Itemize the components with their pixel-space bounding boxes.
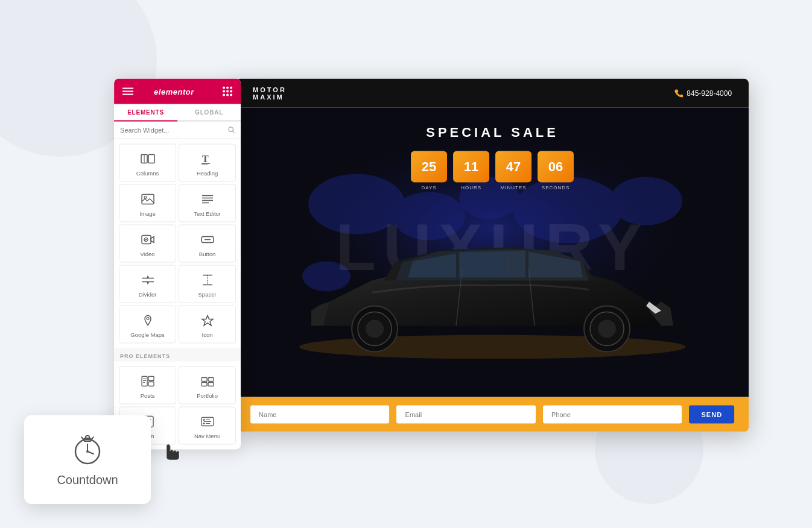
- widget-posts-label: Posts: [141, 392, 155, 399]
- svg-text:T: T: [202, 154, 209, 164]
- email-input[interactable]: [397, 406, 536, 424]
- spacer-icon: [199, 272, 216, 289]
- video-icon: [139, 231, 156, 248]
- send-button[interactable]: SEND: [690, 406, 735, 424]
- car-section: LUXURY: [236, 196, 749, 365]
- widget-heading[interactable]: T Heading: [179, 144, 236, 182]
- widget-nav-menu-label: Nav Menu: [194, 433, 220, 439]
- phone-number: 845-928-4000: [687, 89, 732, 98]
- countdown-card-label: Countdown: [57, 473, 118, 487]
- svg-rect-33: [148, 377, 154, 381]
- car-image: [251, 209, 734, 359]
- preview-hero: SPECIAL SALE 25 DAYS 11 HOURS: [236, 108, 749, 397]
- search-input[interactable]: [120, 127, 228, 134]
- google-maps-icon: [139, 312, 156, 329]
- svg-point-46: [203, 423, 205, 424]
- elementor-logo: elementor: [154, 86, 202, 97]
- widget-text-editor[interactable]: Text Editor: [179, 184, 236, 222]
- divider-icon: [139, 272, 156, 289]
- svg-rect-68: [86, 436, 89, 439]
- nav-menu-icon: [199, 413, 216, 430]
- text-editor-icon: [199, 191, 216, 208]
- widget-video[interactable]: Video: [119, 225, 176, 263]
- widget-google-maps-label: Google Maps: [130, 332, 165, 338]
- grid-icon[interactable]: [223, 87, 232, 96]
- image-icon: [139, 191, 156, 208]
- phone-input[interactable]: [543, 406, 682, 424]
- svg-rect-36: [208, 378, 214, 382]
- collapse-sidebar-button[interactable]: ‹: [238, 254, 241, 274]
- countdown-minutes: 47: [495, 151, 531, 183]
- contact-bar: SEND: [236, 397, 749, 432]
- svg-point-45: [203, 419, 205, 421]
- heading-icon: T: [199, 151, 216, 168]
- svg-rect-34: [148, 382, 154, 386]
- widget-text-editor-label: Text Editor: [194, 210, 221, 217]
- portfolio-icon: [199, 373, 216, 390]
- widget-video-label: Video: [141, 251, 155, 257]
- widget-posts[interactable]: Posts: [119, 366, 176, 404]
- countdown-days: 25: [411, 151, 447, 183]
- widget-columns-label: Columns: [136, 170, 159, 177]
- tab-global[interactable]: GLOBAL: [177, 104, 241, 121]
- main-container: elementor ELEMENTS GLOBAL: [114, 79, 749, 450]
- svg-rect-38: [208, 383, 214, 386]
- preview-header: MOTOR MAXIM 845-928-4000: [236, 79, 749, 108]
- widget-image-label: Image: [139, 210, 155, 217]
- pro-elements-label: PRO ELEMENTS: [114, 348, 241, 362]
- svg-rect-35: [201, 378, 207, 382]
- widget-divider-label: Divider: [139, 291, 157, 298]
- svg-marker-28: [202, 316, 213, 326]
- hamburger-icon[interactable]: [122, 88, 133, 95]
- columns-icon: [139, 151, 156, 168]
- widget-icon[interactable]: Icon: [179, 306, 236, 344]
- widget-spacer-label: Spacer: [198, 291, 217, 298]
- widgets-grid: Columns T Heading: [114, 139, 241, 348]
- svg-point-62: [598, 320, 616, 338]
- icon-icon: [199, 312, 216, 329]
- button-icon: [199, 231, 216, 248]
- phone-row: 845-928-4000: [674, 89, 732, 98]
- stopwatch-icon: [71, 432, 104, 466]
- svg-point-27: [147, 318, 149, 320]
- brand-line1: MOTOR: [253, 86, 287, 93]
- svg-point-71: [86, 450, 89, 453]
- phone-icon: [674, 89, 683, 98]
- countdown-seconds: 06: [538, 151, 574, 183]
- sidebar-tabs: ELEMENTS GLOBAL: [114, 104, 241, 122]
- widget-heading-label: Heading: [197, 170, 218, 177]
- widget-divider[interactable]: Divider: [119, 265, 176, 303]
- brand-line2: MAXIM: [253, 93, 287, 101]
- sale-title: SPECIAL SALE: [236, 125, 749, 140]
- sidebar-header: elementor: [114, 79, 241, 104]
- widget-spacer[interactable]: Spacer: [179, 265, 236, 303]
- svg-rect-4: [148, 155, 154, 163]
- countdown-card: Countdown: [24, 415, 151, 504]
- widget-google-maps[interactable]: Google Maps: [119, 306, 176, 344]
- brand-logo: MOTOR MAXIM: [253, 86, 287, 101]
- svg-rect-9: [142, 195, 154, 204]
- svg-marker-21: [147, 275, 149, 278]
- svg-point-65: [366, 320, 384, 338]
- elementor-sidebar: elementor ELEMENTS GLOBAL: [114, 79, 241, 450]
- widget-portfolio[interactable]: Portfolio: [179, 366, 236, 404]
- widget-columns[interactable]: Columns: [119, 144, 176, 182]
- widget-image[interactable]: Image: [119, 184, 176, 222]
- svg-rect-29: [142, 377, 147, 386]
- widget-nav-menu[interactable]: Nav Menu: [179, 407, 236, 445]
- posts-icon: [139, 373, 156, 390]
- widget-button[interactable]: Button: [179, 225, 236, 263]
- name-input[interactable]: [250, 406, 389, 424]
- svg-point-10: [144, 196, 147, 199]
- widget-portfolio-label: Portfolio: [197, 392, 218, 399]
- svg-rect-37: [201, 383, 207, 386]
- tab-elements[interactable]: ELEMENTS: [114, 104, 177, 121]
- svg-point-1: [229, 127, 233, 132]
- countdown-hours: 11: [453, 151, 489, 183]
- svg-marker-17: [145, 239, 147, 240]
- countdown-row: 25 DAYS 11 HOURS 47 MINUTES: [236, 151, 749, 190]
- svg-line-2: [232, 131, 234, 133]
- search-row: [114, 122, 241, 139]
- widget-icon-label: Icon: [202, 332, 213, 338]
- svg-marker-23: [147, 282, 149, 285]
